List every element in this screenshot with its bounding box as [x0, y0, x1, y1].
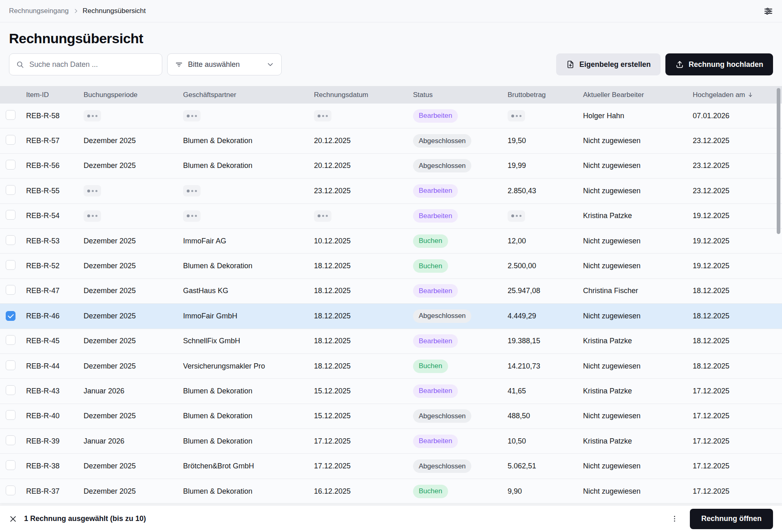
cell-bearbeiter: Nicht zugewiesen — [583, 187, 693, 195]
cell-bearbeiter: Kristina Patzke — [583, 212, 693, 220]
selection-count-label: 1 Rechnung ausgewählt (bis zu 10) — [24, 514, 146, 523]
table-row[interactable]: REB-R-39 Januar 2026 Blumen & Dekoration… — [0, 429, 782, 454]
cell-rechnungsdatum: 23.12.2025 — [314, 187, 413, 195]
column-header-bruttobetrag[interactable]: Bruttobetrag — [508, 91, 583, 99]
row-checkbox[interactable] — [6, 185, 15, 195]
create-receipt-button[interactable]: Eigenbeleg erstellen — [556, 53, 661, 75]
open-invoice-button[interactable]: Rechnung öffnen — [690, 509, 773, 529]
close-icon — [9, 515, 17, 523]
more-actions-button[interactable] — [671, 515, 678, 523]
table-row[interactable]: REB-R-38 Dezember 2025 Brötchen&Brot Gmb… — [0, 454, 782, 479]
cell-geschaeftspartner — [183, 185, 314, 196]
table-row[interactable]: REB-R-53 Dezember 2025 ImmoFair AG 10.12… — [0, 229, 782, 254]
cell-bearbeiter: Kristina Patzke — [583, 387, 693, 395]
cell-hochgeladen: 17.12.2025 — [693, 437, 782, 446]
row-checkbox[interactable] — [6, 385, 15, 395]
cell-item-id: REB-R-46 — [26, 312, 84, 320]
table-row[interactable]: REB-R-43 Januar 2026 Blumen & Dekoration… — [0, 379, 782, 404]
cell-buchungsperiode: Dezember 2025 — [84, 237, 183, 245]
cell-bruttobetrag: 9,90 — [508, 487, 583, 496]
cell-rechnungsdatum: 18.12.2025 — [314, 287, 413, 295]
cell-rechnungsdatum: 18.12.2025 — [314, 362, 413, 371]
row-checkbox[interactable] — [6, 135, 15, 145]
sort-desc-icon — [747, 92, 753, 98]
loading-placeholder — [183, 110, 201, 121]
loading-placeholder — [84, 110, 101, 121]
table-row[interactable]: REB-R-54 Bearbeiten Kristina Patzke 19.1… — [0, 204, 782, 229]
table-row[interactable]: REB-R-45 Dezember 2025 SchnellFix GmbH 1… — [0, 329, 782, 354]
search-input[interactable] — [29, 60, 155, 69]
status-badge: Abgeschlossen — [413, 409, 471, 423]
column-header-bearbeiter[interactable]: Aktueller Bearbeiter — [583, 91, 693, 99]
loading-placeholder — [508, 110, 525, 121]
row-checkbox[interactable] — [6, 285, 15, 295]
row-checkbox[interactable] — [6, 435, 15, 445]
cell-item-id: REB-R-53 — [26, 237, 84, 245]
cell-hochgeladen: 23.12.2025 — [693, 187, 782, 195]
cell-buchungsperiode — [84, 110, 183, 121]
cell-buchungsperiode: Dezember 2025 — [84, 362, 183, 371]
table-row[interactable]: REB-R-55 23.12.2025 Bearbeiten 2.850,43 … — [0, 179, 782, 203]
table-row[interactable]: REB-R-44 Dezember 2025 Versicherungsmakl… — [0, 354, 782, 379]
row-checkbox[interactable] — [6, 486, 15, 495]
cell-item-id: REB-R-52 — [26, 262, 84, 270]
status-badge: Bearbeiten — [413, 209, 458, 223]
cell-status: Abgeschlossen — [413, 409, 508, 423]
scrollbar-thumb[interactable] — [777, 88, 780, 234]
row-checkbox[interactable] — [6, 360, 15, 370]
row-checkbox[interactable] — [6, 210, 15, 220]
cell-geschaeftspartner: SchnellFix GmbH — [183, 337, 314, 345]
row-checkbox[interactable] — [6, 460, 15, 470]
cell-bearbeiter: Nicht zugewiesen — [583, 412, 693, 420]
cell-rechnungsdatum: 15.12.2025 — [314, 412, 413, 420]
row-checkbox[interactable] — [6, 410, 15, 420]
cell-status: Buchen — [413, 234, 508, 248]
cell-rechnungsdatum — [314, 110, 413, 121]
row-checkbox[interactable] — [6, 260, 15, 270]
cell-geschaeftspartner: ImmoFair AG — [183, 237, 314, 245]
row-checkbox[interactable] — [6, 311, 15, 321]
breadcrumb-parent[interactable]: Rechnungseingang — [9, 7, 69, 15]
row-checkbox[interactable] — [6, 110, 15, 120]
status-badge: Abgeschlossen — [413, 134, 471, 148]
cell-hochgeladen: 18.12.2025 — [693, 337, 782, 345]
cell-item-id: REB-R-38 — [26, 462, 84, 470]
sliders-icon — [764, 7, 773, 16]
cell-bruttobetrag: 488,50 — [508, 412, 583, 420]
table-row[interactable]: REB-R-58 Bearbeiten Holger Hahn 07.01.20… — [0, 104, 782, 128]
table-row[interactable]: REB-R-37 Dezember 2025 Blumen & Dekorati… — [0, 479, 782, 504]
column-header-hochgeladen[interactable]: Hochgeladen am — [693, 91, 782, 99]
cell-bearbeiter: Kristina Patzke — [583, 437, 693, 446]
cell-hochgeladen: 23.12.2025 — [693, 137, 782, 145]
cell-bruttobetrag: 5.062,51 — [508, 462, 583, 470]
row-checkbox[interactable] — [6, 235, 15, 245]
table-row[interactable]: REB-R-40 Dezember 2025 Blumen & Dekorati… — [0, 404, 782, 429]
table-row[interactable]: REB-R-52 Dezember 2025 Blumen & Dekorati… — [0, 254, 782, 278]
filter-select[interactable]: Bitte auswählen — [167, 53, 282, 75]
row-checkbox[interactable] — [6, 160, 15, 170]
cell-status: Bearbeiten — [413, 184, 508, 198]
cell-bearbeiter: Christina Fischer — [583, 287, 693, 295]
table-row[interactable]: REB-R-56 Dezember 2025 Blumen & Dekorati… — [0, 154, 782, 179]
column-header-buchungsperiode[interactable]: Buchungsperiode — [84, 91, 183, 99]
table-row[interactable]: REB-R-46 Dezember 2025 ImmoFair GmbH 18.… — [0, 304, 782, 329]
cell-buchungsperiode: Dezember 2025 — [84, 487, 183, 496]
row-checkbox[interactable] — [6, 335, 15, 345]
column-header-item-id[interactable]: Item-ID — [26, 91, 84, 99]
cell-buchungsperiode: Dezember 2025 — [84, 312, 183, 320]
cell-geschaeftspartner: Blumen & Dekoration — [183, 161, 314, 170]
view-settings-button[interactable] — [764, 7, 773, 16]
table-row[interactable]: REB-R-47 Dezember 2025 GastHaus KG 18.12… — [0, 279, 782, 304]
column-header-rechnungsdatum[interactable]: Rechnungsdatum — [314, 91, 413, 99]
clear-selection-button[interactable] — [9, 515, 17, 523]
column-header-geschaeftspartner[interactable]: Geschäftspartner — [183, 91, 314, 99]
upload-invoice-button[interactable]: Rechnung hochladen — [665, 53, 773, 75]
filter-select-label: Bitte auswählen — [188, 60, 240, 69]
cell-rechnungsdatum: 18.12.2025 — [314, 337, 413, 345]
status-badge: Abgeschlossen — [413, 459, 471, 473]
cell-hochgeladen: 23.12.2025 — [693, 161, 782, 170]
column-header-status[interactable]: Status — [413, 91, 508, 99]
cell-hochgeladen: 19.12.2025 — [693, 237, 782, 245]
cell-hochgeladen: 17.12.2025 — [693, 487, 782, 496]
table-row[interactable]: REB-R-57 Dezember 2025 Blumen & Dekorati… — [0, 128, 782, 153]
